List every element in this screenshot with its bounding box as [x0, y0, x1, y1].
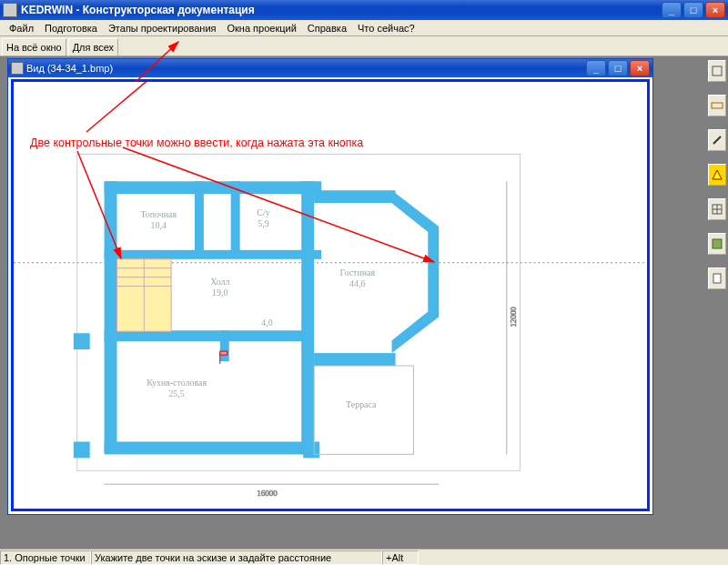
- hammer-icon: [711, 134, 723, 146]
- app-icon: [3, 3, 17, 17]
- menu-file[interactable]: Файл: [4, 22, 39, 35]
- svg-rect-18: [301, 181, 314, 454]
- svg-rect-17: [231, 181, 240, 253]
- doc-icon: [711, 65, 723, 77]
- ruler-icon: [711, 99, 723, 112]
- svg-rect-60: [713, 274, 721, 283]
- for-all-button[interactable]: Для всех: [68, 38, 118, 56]
- svg-text:Топочная: Топочная: [140, 209, 177, 219]
- menu-help[interactable]: Справка: [302, 22, 352, 35]
- right-tool-4[interactable]: [708, 164, 726, 186]
- svg-rect-54: [713, 66, 722, 76]
- warning-icon: [711, 168, 723, 181]
- child-icon: [11, 62, 24, 75]
- svg-rect-12: [105, 181, 117, 452]
- right-tool-5[interactable]: [708, 198, 726, 220]
- svg-text:Кухня-столовая: Кухня-столовая: [147, 378, 207, 388]
- svg-rect-55: [712, 103, 723, 108]
- child-body[interactable]: Топочная 10,4 С/у 5,9 Холл 19,0 Гостиная…: [11, 79, 650, 511]
- svg-rect-16: [105, 250, 321, 259]
- menu-whatnow[interactable]: Что сейчас?: [352, 22, 420, 35]
- menu-stages[interactable]: Этапы проектирования: [103, 22, 222, 35]
- svg-rect-24: [74, 441, 90, 458]
- svg-rect-32: [220, 351, 228, 355]
- svg-text:19,0: 19,0: [212, 288, 228, 298]
- svg-text:4,0: 4,0: [261, 318, 272, 328]
- svg-text:44,6: 44,6: [349, 278, 365, 288]
- svg-rect-14: [105, 330, 304, 341]
- child-minimize[interactable]: _: [586, 60, 606, 76]
- child-window: Вид (34-34_1.bmp) _ □ ×: [7, 58, 653, 515]
- status-cell-1: 1. Опорные точки: [0, 550, 91, 565]
- work-area: Вид (34-34_1.bmp) _ □ ×: [0, 56, 728, 549]
- maximize-button[interactable]: □: [683, 2, 703, 18]
- right-tool-1[interactable]: [708, 60, 726, 82]
- svg-rect-13: [105, 441, 313, 454]
- full-window-button[interactable]: На всё окно: [2, 38, 66, 56]
- svg-text:16000: 16000: [257, 489, 278, 498]
- page-icon: [711, 272, 723, 285]
- child-maximize[interactable]: □: [608, 60, 628, 76]
- svg-text:10,4: 10,4: [151, 220, 167, 230]
- svg-text:12000: 12000: [509, 307, 518, 328]
- child-title: Вид (34-34_1.bmp): [26, 63, 586, 74]
- svg-text:Гостиная: Гостиная: [340, 267, 376, 277]
- svg-rect-59: [713, 239, 722, 248]
- child-titlebar: Вид (34-34_1.bmp) _ □ ×: [8, 59, 652, 77]
- status-cell-3: +Alt: [382, 550, 419, 565]
- svg-text:Терраса: Терраса: [346, 399, 377, 409]
- status-cell-2: Укажите две точки на эскизе и задайте ра…: [91, 550, 382, 565]
- stairs: [117, 259, 172, 331]
- right-tool-3[interactable]: [708, 129, 726, 151]
- svg-text:25,5: 25,5: [168, 388, 184, 399]
- app-title: KEDRWIN - Конструкторская документация: [21, 4, 662, 16]
- svg-text:5,9: 5,9: [258, 218, 268, 228]
- grid-icon: [711, 203, 723, 216]
- svg-rect-23: [74, 333, 90, 349]
- menu-bar: Файл Подготовка Этапы проектирования Окн…: [0, 20, 728, 36]
- main-titlebar: KEDRWIN - Конструкторская документация _…: [0, 0, 728, 20]
- right-toolbar: [708, 56, 728, 289]
- minimize-button[interactable]: _: [662, 2, 682, 18]
- child-close[interactable]: ×: [630, 60, 650, 76]
- save-icon: [711, 237, 723, 250]
- svg-rect-25: [303, 441, 319, 458]
- svg-rect-22: [220, 330, 229, 361]
- menu-prep[interactable]: Подготовка: [39, 22, 103, 35]
- annotation-text: Две контрольные точки можно ввести, когд…: [30, 136, 363, 149]
- right-tool-6[interactable]: [708, 233, 726, 255]
- svg-text:Холл: Холл: [210, 277, 229, 287]
- svg-rect-33: [314, 366, 413, 454]
- close-button[interactable]: ×: [705, 2, 725, 18]
- svg-rect-21: [314, 353, 395, 366]
- svg-rect-11: [105, 181, 321, 194]
- svg-text:С/у: С/у: [257, 207, 269, 217]
- window-buttons: _ □ ×: [662, 2, 725, 18]
- svg-rect-15: [195, 181, 204, 253]
- menu-projwin[interactable]: Окна проекций: [222, 22, 302, 35]
- right-tool-7[interactable]: [708, 267, 726, 289]
- svg-rect-19: [314, 190, 395, 203]
- svg-marker-20: [392, 190, 440, 353]
- right-tool-2[interactable]: [708, 95, 726, 116]
- status-bar: 1. Опорные точки Укажите две точки на эс…: [0, 549, 728, 565]
